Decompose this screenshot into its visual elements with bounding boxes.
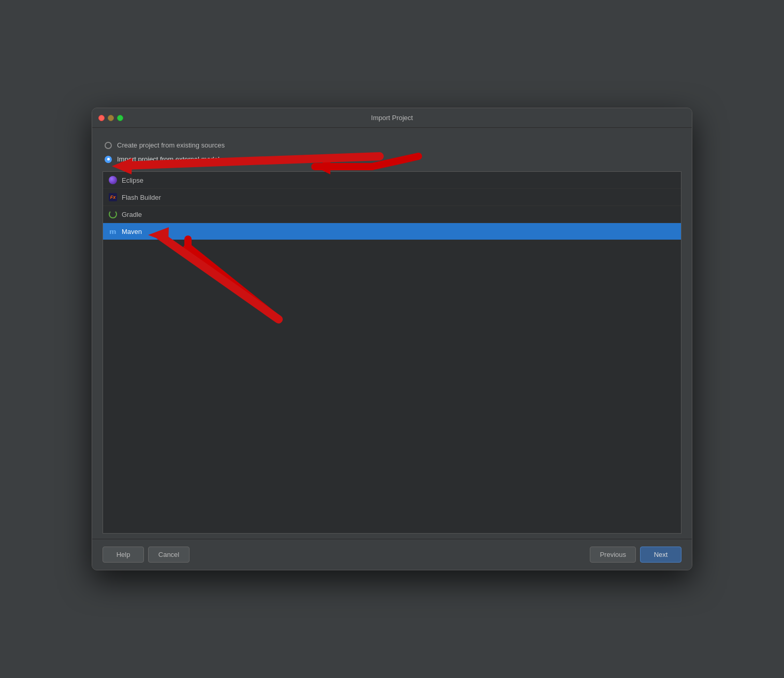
eclipse-icon xyxy=(108,175,118,185)
eclipse-label: Eclipse xyxy=(122,176,143,184)
option-existing-sources[interactable]: Create project from existing sources xyxy=(103,138,681,152)
gradle-icon xyxy=(108,210,118,219)
import-project-dialog: Import Project Create project from exist… xyxy=(92,108,692,570)
dialog-footer: Help Cancel Previous Next xyxy=(92,539,692,570)
next-button[interactable]: Next xyxy=(640,547,681,563)
flash-builder-label: Flash Builder xyxy=(122,194,161,201)
option-external-model[interactable]: Import project from external model xyxy=(103,152,681,166)
option-external-model-label: Import project from external model xyxy=(117,155,220,163)
radio-existing-sources xyxy=(105,142,112,149)
window-title: Import Project xyxy=(371,114,413,122)
footer-right-buttons: Previous Next xyxy=(590,547,681,563)
previous-button[interactable]: Previous xyxy=(590,547,636,563)
footer-left-buttons: Help Cancel xyxy=(103,547,190,563)
maximize-button[interactable] xyxy=(117,115,123,121)
dialog-content: Create project from existing sources Imp… xyxy=(92,128,692,534)
maven-icon: 𝗺 xyxy=(108,227,118,236)
maven-label: Maven xyxy=(122,228,142,235)
cancel-button[interactable]: Cancel xyxy=(148,547,190,563)
list-item-eclipse[interactable]: Eclipse xyxy=(103,172,681,189)
close-button[interactable] xyxy=(98,115,105,121)
help-button[interactable]: Help xyxy=(103,547,144,563)
traffic-lights xyxy=(98,115,123,121)
list-item-maven[interactable]: 𝗺 Maven xyxy=(103,223,681,240)
flash-builder-icon: Fx xyxy=(108,193,118,202)
gradle-label: Gradle xyxy=(122,211,142,218)
minimize-button[interactable] xyxy=(108,115,114,121)
option-existing-sources-label: Create project from existing sources xyxy=(117,141,225,149)
list-item-flash-builder[interactable]: Fx Flash Builder xyxy=(103,189,681,206)
radio-external-model xyxy=(105,156,112,163)
model-list: Eclipse Fx Flash Builder Gradle 𝗺 Maven xyxy=(103,171,681,534)
title-bar: Import Project xyxy=(92,108,692,128)
list-item-gradle[interactable]: Gradle xyxy=(103,206,681,223)
